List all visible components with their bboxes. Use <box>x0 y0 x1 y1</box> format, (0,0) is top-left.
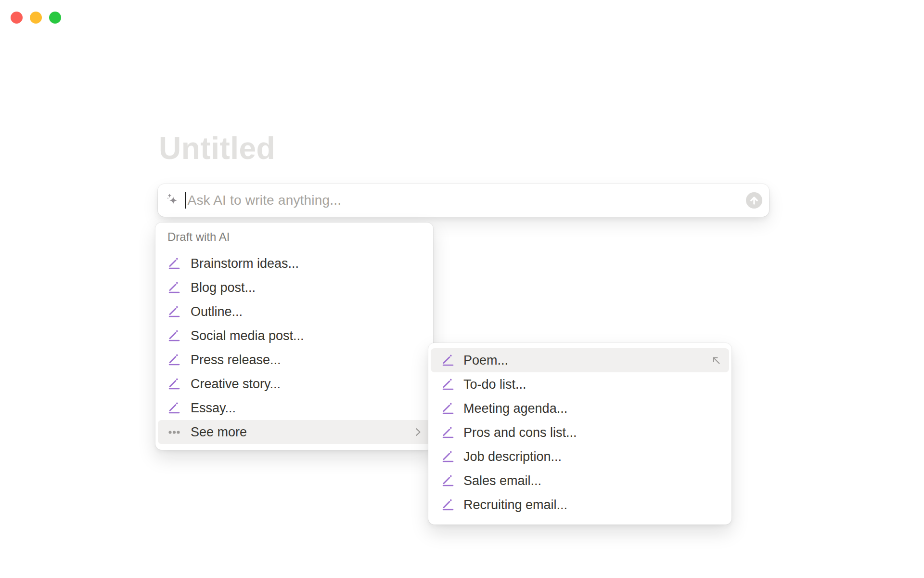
menu-item-label: Recruiting email... <box>463 498 567 512</box>
menu-item-label: Creative story... <box>191 377 281 392</box>
pencil-icon <box>167 281 181 294</box>
ai-prompt-placeholder: Ask AI to write anything... <box>188 193 342 208</box>
page-title-placeholder[interactable]: Untitled <box>159 133 275 164</box>
menu-item-see-more[interactable]: See more <box>158 420 431 444</box>
close-button[interactable] <box>11 12 23 24</box>
window-corner <box>0 0 7 7</box>
menu-item-creative-story[interactable]: Creative story... <box>158 372 431 396</box>
pencil-icon <box>167 353 181 367</box>
menu-item-label: Essay... <box>191 401 236 416</box>
minimize-button[interactable] <box>30 12 42 24</box>
menu-item-social-media-post[interactable]: Social media post... <box>158 324 431 348</box>
submenu-item-sales-email[interactable]: Sales email... <box>431 469 729 493</box>
menu-item-essay[interactable]: Essay... <box>158 396 431 420</box>
menu-item-label: Blog post... <box>191 280 256 295</box>
pencil-icon <box>167 329 181 342</box>
pencil-icon <box>441 354 455 367</box>
menu-item-label: Press release... <box>191 353 281 368</box>
pencil-icon <box>441 378 455 391</box>
menu-item-label: Brainstorm ideas... <box>191 256 299 271</box>
menu-item-label: To-do list... <box>463 377 526 392</box>
menu-item-label: Social media post... <box>191 328 304 343</box>
submenu-item-pros-and-cons-list[interactable]: Pros and cons list... <box>431 420 729 445</box>
window-controls <box>11 12 61 24</box>
pencil-icon <box>441 450 455 463</box>
menu-item-press-release[interactable]: Press release... <box>158 348 431 372</box>
pencil-icon <box>441 498 455 512</box>
submenu-item-job-description[interactable]: Job description... <box>431 445 729 469</box>
menu-item-brainstorm-ideas[interactable]: Brainstorm ideas... <box>158 251 431 276</box>
chevron-right-icon <box>412 426 424 438</box>
pencil-icon <box>167 305 181 318</box>
submenu-item-meeting-agenda[interactable]: Meeting agenda... <box>431 396 729 420</box>
draft-menu: Draft with AI Brainstorm ideas... Blog p… <box>155 223 433 450</box>
menu-item-outline[interactable]: Outline... <box>158 300 431 324</box>
zoom-button[interactable] <box>49 12 61 24</box>
draft-menu-header: Draft with AI <box>155 226 433 248</box>
ai-prompt-input[interactable]: Ask AI to write anything... <box>158 184 769 217</box>
pencil-icon <box>441 474 455 487</box>
pencil-icon <box>441 402 455 415</box>
arrow-up-left-icon <box>710 355 722 366</box>
menu-item-blog-post[interactable]: Blog post... <box>158 276 431 300</box>
submit-button[interactable] <box>746 192 762 209</box>
menu-item-label: Meeting agenda... <box>463 401 567 416</box>
submenu-item-todo-list[interactable]: To-do list... <box>431 372 729 396</box>
pencil-icon <box>167 401 181 415</box>
ai-sparkle-icon <box>166 193 181 208</box>
arrow-up-icon <box>746 192 762 209</box>
pencil-icon <box>167 257 181 270</box>
pencil-icon <box>441 426 455 439</box>
menu-item-label: See more <box>191 425 247 440</box>
menu-item-label: Pros and cons list... <box>463 425 577 440</box>
pencil-icon <box>167 377 181 391</box>
ellipsis-icon <box>167 425 181 439</box>
menu-item-label: Outline... <box>191 304 243 319</box>
text-caret <box>185 192 186 209</box>
see-more-submenu: Poem... To-do list... Meeting agenda... … <box>428 343 732 525</box>
menu-item-label: Sales email... <box>463 473 541 488</box>
submenu-item-poem[interactable]: Poem... <box>431 348 729 372</box>
submenu-item-recruiting-email[interactable]: Recruiting email... <box>431 493 729 517</box>
menu-item-label: Poem... <box>463 353 508 368</box>
menu-item-label: Job description... <box>463 449 562 464</box>
